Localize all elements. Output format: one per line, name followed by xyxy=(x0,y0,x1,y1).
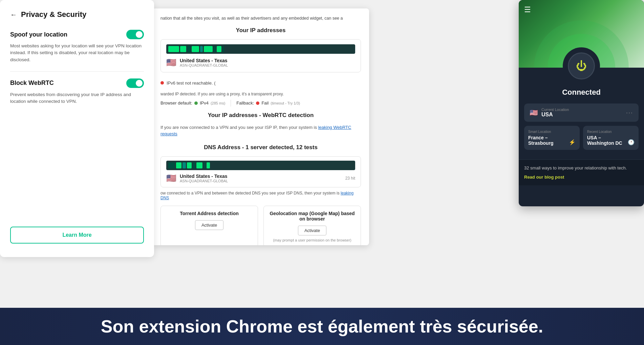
geolocation-note: (may prompt a user permission on the bro… xyxy=(269,238,356,242)
red-fallback-dot xyxy=(256,101,259,105)
vpn-power-circle: ⏻ xyxy=(563,47,600,85)
ip-location-name: United States - Texas xyxy=(180,58,228,63)
spoof-location-toggle[interactable] xyxy=(126,30,144,39)
spoof-location-description: Most websites asking for your location w… xyxy=(10,43,144,63)
geolocation-title: Geolocation map (Google Map) based on br… xyxy=(269,211,356,222)
bottom-banner: Son extension Chrome est également très … xyxy=(0,308,644,345)
ip-address-card: 🇺🇸 United States - Texas ASN-QUADRANET-G… xyxy=(160,39,361,72)
vpn-blog-section: 32 small ways to improve your relationsh… xyxy=(519,159,644,185)
torrent-title: Torrent Address detection xyxy=(166,211,253,216)
dns-asn: ASN-QUADRANET-GLOBAL xyxy=(180,179,228,183)
block-webrtc-toggle[interactable] xyxy=(126,78,144,88)
ipv6-row: IPv6 test not reachable. ( xyxy=(160,77,361,89)
block-webrtc-section: Block WebRTC Prevent websites from disco… xyxy=(10,78,144,105)
dns-us-flag: 🇺🇸 xyxy=(166,174,176,183)
fallback-label: Fallback: xyxy=(236,100,254,106)
dns-hit-badge: 23 hit xyxy=(345,176,355,181)
dns-leak-text: ow connected to a VPN and between the de… xyxy=(160,191,361,200)
vpn-status: Connected xyxy=(524,88,639,97)
vpn-sub-cards: Smart Location France –Strasbourg ⚡ Rece… xyxy=(524,126,639,150)
torrent-activate-button[interactable]: Activate xyxy=(195,220,223,230)
privacy-header: ← Privacy & Security xyxy=(10,10,144,19)
spoof-location-label: Spoof your location xyxy=(10,31,67,38)
vpn-recent-location-card[interactable]: Recent Location USA –Washington DC 🕐 xyxy=(583,126,639,150)
privacy-panel: ← Privacy & Security Spoof your location… xyxy=(0,0,154,257)
block-webrtc-row: Block WebRTC xyxy=(10,78,144,88)
vpn-current-flag: 🇺🇸 xyxy=(530,109,538,117)
privacy-panel-title: Privacy & Security xyxy=(21,10,86,19)
ipv4-label: IPv4 xyxy=(200,100,209,106)
vpn-header: ☰ ⏻ xyxy=(519,0,644,68)
dns-flag-row: 🇺🇸 United States - Texas ASN-QUADRANET-G… xyxy=(166,174,355,183)
us-flag: 🇺🇸 xyxy=(166,58,176,67)
vpn-smart-location-label: Smart Location xyxy=(528,130,576,134)
vpn-panel: ☰ ⏻ Connected 🇺🇸 Current Location USA ··… xyxy=(519,0,644,206)
dns-location-name: United States - Texas xyxy=(180,174,228,179)
vpn-recent-location-name: USA –Washington DC xyxy=(587,135,635,146)
fallback-note: (timeout - Try 1/3) xyxy=(271,101,300,105)
ip-bar xyxy=(166,44,355,54)
vpn-blog-link[interactable]: Read our blog post xyxy=(524,175,564,180)
vpn-current-location-label: Current Location xyxy=(541,108,623,112)
proxy-warning-text: warded IP detected. If you are using a p… xyxy=(160,92,361,96)
dns-bar xyxy=(166,161,355,170)
vpn-power-icon: ⏻ xyxy=(576,60,587,72)
block-webrtc-description: Prevent websites from discovering your t… xyxy=(10,91,144,105)
vpn-power-button[interactable]: ⏻ xyxy=(568,52,595,79)
back-button[interactable]: ← xyxy=(10,11,17,19)
torrent-card: Torrent Address detection Activate xyxy=(160,206,258,245)
learn-more-button[interactable]: Learn More xyxy=(10,227,144,244)
divider xyxy=(10,71,144,72)
vpn-blog-text: 32 small ways to improve your relationsh… xyxy=(524,165,639,171)
spoof-location-section: Spoof your location Most websites asking… xyxy=(10,30,144,63)
webrtc-section: If you are now connected to a VPN and yo… xyxy=(160,124,361,137)
ip-test-panel: nation that all the sites you visit, as … xyxy=(152,8,369,245)
vpn-current-location-name: USA xyxy=(541,112,623,118)
browser-default-pill: Browser default: IPv4 (285 ms) xyxy=(160,100,225,107)
vpn-recent-location-label: Recent Location xyxy=(587,130,635,134)
webrtc-title: Your IP addresses - WebRTC detection xyxy=(160,112,361,119)
browser-default-row: Browser default: IPv4 (285 ms) Fallback:… xyxy=(160,100,361,107)
browser-default-label: Browser default: xyxy=(160,100,192,106)
pill-separator xyxy=(231,100,231,107)
ip-panel-top-text: nation that all the sites you visit, as … xyxy=(160,15,361,22)
dns-card: 🇺🇸 United States - Texas ASN-QUADRANET-G… xyxy=(160,156,361,187)
vpn-smart-location-name: France –Strasbourg xyxy=(528,135,576,146)
bottom-cards: Torrent Address detection Activate Geolo… xyxy=(160,206,361,245)
vpn-smart-location-icon: ⚡ xyxy=(569,139,576,145)
webrtc-text: If you are now connected to a VPN and yo… xyxy=(160,124,361,137)
vpn-recent-location-icon: 🕐 xyxy=(628,139,635,145)
geolocation-activate-button[interactable]: Activate xyxy=(298,226,326,235)
block-webrtc-label: Block WebRTC xyxy=(10,79,54,87)
green-status-dot xyxy=(194,101,198,105)
vpn-current-location-info: Current Location USA xyxy=(541,108,623,118)
vpn-current-location-card[interactable]: 🇺🇸 Current Location USA ··· xyxy=(524,104,639,122)
vpn-more-options-button[interactable]: ··· xyxy=(626,109,633,116)
dns-title: DNS Address - 1 server detected, 12 test… xyxy=(160,144,361,151)
vpn-smart-location-card[interactable]: Smart Location France –Strasbourg ⚡ xyxy=(524,126,580,150)
vpn-menu-icon[interactable]: ☰ xyxy=(524,5,531,14)
geolocation-card: Geolocation map (Google Map) based on br… xyxy=(263,206,361,245)
fallback-status: Fail xyxy=(261,100,269,106)
ipv4-ms: (285 ms) xyxy=(211,101,225,105)
red-status-dot xyxy=(160,81,164,85)
fallback-pill: Fallback: Fail (timeout - Try 1/3) xyxy=(236,100,300,107)
spoof-location-row: Spoof your location xyxy=(10,30,144,39)
ip-asn: ASN-QUADRANET-GLOBAL xyxy=(180,63,228,67)
your-ip-title: Your IP addresses xyxy=(160,27,361,34)
ipv6-text: IPv6 test not reachable. ( xyxy=(167,80,216,86)
banner-text: Son extension Chrome est également très … xyxy=(101,316,543,337)
